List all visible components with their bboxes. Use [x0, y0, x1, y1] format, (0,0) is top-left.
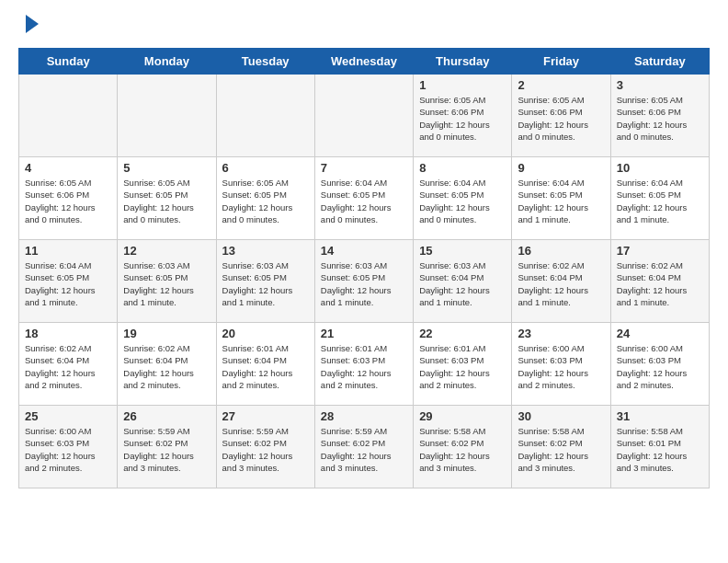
calendar-week-1: 1Sunrise: 6:05 AM Sunset: 6:06 PM Daylig… [19, 75, 710, 157]
page-header [18, 18, 710, 33]
logo-arrow-icon [26, 15, 39, 33]
calendar-cell: 14Sunrise: 6:03 AM Sunset: 6:05 PM Dayli… [314, 240, 413, 323]
day-info: Sunrise: 6:02 AM Sunset: 6:04 PM Dayligh… [617, 259, 703, 308]
day-number: 9 [518, 161, 604, 175]
day-info: Sunrise: 6:00 AM Sunset: 6:03 PM Dayligh… [518, 342, 604, 391]
day-number: 28 [321, 409, 407, 423]
day-number: 6 [222, 161, 309, 175]
day-info: Sunrise: 6:01 AM Sunset: 6:04 PM Dayligh… [222, 342, 309, 391]
day-info: Sunrise: 6:04 AM Sunset: 6:05 PM Dayligh… [25, 259, 111, 308]
calendar-header-monday: Monday [118, 49, 216, 75]
day-info: Sunrise: 6:05 AM Sunset: 6:05 PM Dayligh… [123, 177, 210, 225]
logo [18, 18, 39, 33]
calendar-week-3: 11Sunrise: 6:04 AM Sunset: 6:05 PM Dayli… [19, 240, 710, 323]
calendar-header-sunday: Sunday [19, 49, 118, 75]
day-number: 24 [617, 327, 703, 340]
day-number: 3 [617, 78, 703, 92]
day-info: Sunrise: 5:59 AM Sunset: 6:02 PM Dayligh… [222, 425, 309, 474]
calendar-cell: 8Sunrise: 6:04 AM Sunset: 6:05 PM Daylig… [414, 157, 512, 240]
calendar-cell: 27Sunrise: 5:59 AM Sunset: 6:02 PM Dayli… [216, 406, 314, 488]
day-number: 7 [321, 161, 407, 175]
calendar-cell: 5Sunrise: 6:05 AM Sunset: 6:05 PM Daylig… [118, 157, 216, 240]
day-info: Sunrise: 5:59 AM Sunset: 6:02 PM Dayligh… [321, 425, 407, 474]
day-info: Sunrise: 6:01 AM Sunset: 6:03 PM Dayligh… [321, 342, 407, 391]
calendar-cell: 17Sunrise: 6:02 AM Sunset: 6:04 PM Dayli… [610, 240, 709, 323]
day-info: Sunrise: 6:04 AM Sunset: 6:05 PM Dayligh… [419, 177, 506, 225]
calendar-cell: 31Sunrise: 5:58 AM Sunset: 6:01 PM Dayli… [610, 406, 709, 488]
calendar-cell: 19Sunrise: 6:02 AM Sunset: 6:04 PM Dayli… [118, 323, 216, 406]
day-number: 22 [419, 327, 506, 340]
calendar-cell: 1Sunrise: 6:05 AM Sunset: 6:06 PM Daylig… [414, 75, 512, 157]
day-info: Sunrise: 6:05 AM Sunset: 6:05 PM Dayligh… [222, 177, 309, 225]
calendar-cell: 30Sunrise: 5:58 AM Sunset: 6:02 PM Dayli… [512, 406, 610, 488]
day-info: Sunrise: 6:05 AM Sunset: 6:06 PM Dayligh… [419, 94, 506, 143]
calendar-cell: 26Sunrise: 5:59 AM Sunset: 6:02 PM Dayli… [118, 406, 216, 488]
day-info: Sunrise: 6:05 AM Sunset: 6:06 PM Dayligh… [518, 94, 604, 143]
calendar-cell: 2Sunrise: 6:05 AM Sunset: 6:06 PM Daylig… [512, 75, 610, 157]
calendar-header-wednesday: Wednesday [314, 49, 413, 75]
day-info: Sunrise: 6:04 AM Sunset: 6:05 PM Dayligh… [321, 177, 407, 225]
calendar-table: SundayMondayTuesdayWednesdayThursdayFrid… [18, 48, 710, 488]
calendar-cell [314, 75, 413, 157]
day-number: 26 [123, 409, 210, 423]
calendar-cell: 29Sunrise: 5:58 AM Sunset: 6:02 PM Dayli… [414, 406, 512, 488]
day-info: Sunrise: 6:03 AM Sunset: 6:05 PM Dayligh… [321, 259, 407, 308]
day-info: Sunrise: 6:04 AM Sunset: 6:05 PM Dayligh… [617, 177, 703, 225]
calendar-cell: 24Sunrise: 6:00 AM Sunset: 6:03 PM Dayli… [610, 323, 709, 406]
day-info: Sunrise: 6:02 AM Sunset: 6:04 PM Dayligh… [518, 259, 604, 308]
day-info: Sunrise: 5:58 AM Sunset: 6:02 PM Dayligh… [419, 425, 506, 474]
day-info: Sunrise: 5:59 AM Sunset: 6:02 PM Dayligh… [123, 425, 210, 474]
day-number: 2 [518, 78, 604, 92]
day-number: 8 [419, 161, 506, 175]
day-number: 25 [25, 409, 111, 423]
day-info: Sunrise: 6:02 AM Sunset: 6:04 PM Dayligh… [25, 342, 111, 391]
calendar-cell: 13Sunrise: 6:03 AM Sunset: 6:05 PM Dayli… [216, 240, 314, 323]
calendar-header-thursday: Thursday [414, 49, 512, 75]
calendar-cell: 16Sunrise: 6:02 AM Sunset: 6:04 PM Dayli… [512, 240, 610, 323]
calendar-cell: 18Sunrise: 6:02 AM Sunset: 6:04 PM Dayli… [19, 323, 118, 406]
day-number: 19 [123, 327, 210, 340]
day-info: Sunrise: 6:03 AM Sunset: 6:05 PM Dayligh… [222, 259, 309, 308]
day-number: 4 [25, 161, 111, 175]
day-info: Sunrise: 6:05 AM Sunset: 6:06 PM Dayligh… [25, 177, 111, 225]
calendar-cell: 4Sunrise: 6:05 AM Sunset: 6:06 PM Daylig… [19, 157, 118, 240]
calendar-cell: 9Sunrise: 6:04 AM Sunset: 6:05 PM Daylig… [512, 157, 610, 240]
calendar-week-5: 25Sunrise: 6:00 AM Sunset: 6:03 PM Dayli… [19, 406, 710, 488]
day-number: 1 [419, 78, 506, 92]
calendar-cell: 28Sunrise: 5:59 AM Sunset: 6:02 PM Dayli… [314, 406, 413, 488]
day-info: Sunrise: 6:00 AM Sunset: 6:03 PM Dayligh… [25, 425, 111, 474]
day-info: Sunrise: 6:00 AM Sunset: 6:03 PM Dayligh… [617, 342, 703, 391]
day-number: 16 [518, 244, 604, 258]
calendar-cell: 15Sunrise: 6:03 AM Sunset: 6:04 PM Dayli… [414, 240, 512, 323]
day-number: 12 [123, 244, 210, 258]
day-info: Sunrise: 6:04 AM Sunset: 6:05 PM Dayligh… [518, 177, 604, 225]
day-number: 13 [222, 244, 309, 258]
calendar-cell: 6Sunrise: 6:05 AM Sunset: 6:05 PM Daylig… [216, 157, 314, 240]
day-number: 30 [518, 409, 604, 423]
day-info: Sunrise: 6:03 AM Sunset: 6:04 PM Dayligh… [419, 259, 506, 308]
day-number: 18 [25, 327, 111, 340]
day-number: 29 [419, 409, 506, 423]
day-number: 31 [617, 409, 703, 423]
day-info: Sunrise: 5:58 AM Sunset: 6:01 PM Dayligh… [617, 425, 703, 474]
day-number: 14 [321, 244, 407, 258]
day-number: 5 [123, 161, 210, 175]
calendar-cell: 7Sunrise: 6:04 AM Sunset: 6:05 PM Daylig… [314, 157, 413, 240]
day-number: 11 [25, 244, 111, 258]
day-info: Sunrise: 6:05 AM Sunset: 6:06 PM Dayligh… [617, 94, 703, 143]
calendar-header-friday: Friday [512, 49, 610, 75]
day-number: 23 [518, 327, 604, 340]
calendar-cell [118, 75, 216, 157]
day-info: Sunrise: 6:02 AM Sunset: 6:04 PM Dayligh… [123, 342, 210, 391]
calendar-cell: 25Sunrise: 6:00 AM Sunset: 6:03 PM Dayli… [19, 406, 118, 488]
calendar-cell [216, 75, 314, 157]
day-info: Sunrise: 5:58 AM Sunset: 6:02 PM Dayligh… [518, 425, 604, 474]
calendar-cell: 20Sunrise: 6:01 AM Sunset: 6:04 PM Dayli… [216, 323, 314, 406]
calendar-cell [19, 75, 118, 157]
calendar-cell: 10Sunrise: 6:04 AM Sunset: 6:05 PM Dayli… [610, 157, 709, 240]
day-number: 21 [321, 327, 407, 340]
day-number: 20 [222, 327, 309, 340]
day-info: Sunrise: 6:03 AM Sunset: 6:05 PM Dayligh… [123, 259, 210, 308]
day-number: 10 [617, 161, 703, 175]
calendar-cell: 11Sunrise: 6:04 AM Sunset: 6:05 PM Dayli… [19, 240, 118, 323]
